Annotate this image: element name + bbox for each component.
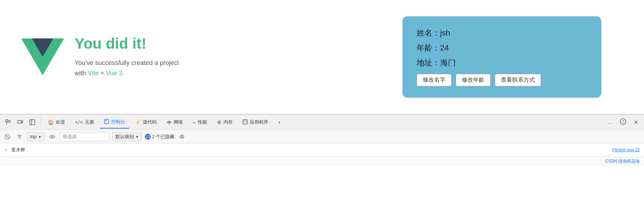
tab-console-label: 控制台	[111, 119, 125, 125]
console-line-source[interactable]: Person.vue:22	[612, 147, 640, 152]
svg-point-12	[168, 123, 169, 124]
more-icon: ...	[608, 119, 612, 125]
devtools-tab-bar: 🏠 欢迎 </> 元素 控制台 ⚡ 源代码	[0, 114, 644, 130]
clear-console-button[interactable]	[3, 132, 12, 141]
filter-input[interactable]	[60, 132, 109, 141]
svg-rect-8	[30, 120, 35, 125]
more-options-button[interactable]: ...	[605, 117, 616, 128]
tab-sources[interactable]: ⚡ 源代码	[131, 116, 161, 129]
plus-text: +	[99, 70, 106, 77]
view-contact-button[interactable]: 查看联系方式	[495, 74, 541, 86]
svg-text:?: ?	[622, 119, 624, 124]
context-dropdown[interactable]: top	[27, 132, 45, 141]
chevron-down-icon	[135, 134, 139, 139]
description-prefix: You've successfully created a project	[75, 59, 179, 66]
inspect-icon[interactable]	[3, 117, 13, 128]
vue-link: Vue 3	[106, 70, 122, 77]
console-line-1: > 姜水桦 Person.vue:22	[0, 145, 644, 155]
address-row: 地址：海门	[417, 58, 587, 68]
tab-memory[interactable]: ⚙ 内存	[213, 116, 237, 129]
name-value: jsh	[440, 28, 450, 37]
close-devtools-button[interactable]: ✕	[631, 117, 641, 128]
hero-description: You've successfully created a project wi…	[75, 58, 179, 78]
tab-add[interactable]: +	[274, 116, 285, 129]
error-badge: 10 2 个已隐藏	[145, 134, 174, 140]
device-icon[interactable]	[15, 117, 26, 128]
help-icon: ?	[620, 118, 626, 126]
memory-icon: ⚙	[217, 120, 221, 125]
tab-application-label: 应用程序	[250, 119, 268, 125]
address-value: 海门	[440, 58, 456, 67]
bottom-bar: CSDN @南风花海	[0, 156, 644, 166]
console-toolbar: top 默认级别 10 2 个已隐藏	[0, 130, 644, 143]
csdn-link[interactable]: CSDN @南风花海	[605, 158, 640, 164]
devtools-tab-more: ... ? ✕	[605, 117, 641, 128]
svg-line-18	[6, 135, 9, 138]
top-label: top	[30, 134, 37, 139]
name-row: 姓名：jsh	[417, 28, 587, 38]
period: .	[123, 70, 124, 77]
svg-rect-7	[22, 121, 23, 123]
tab-sources-label: 源代码	[143, 119, 157, 125]
svg-rect-10	[104, 119, 109, 124]
eye-icon-button[interactable]	[48, 132, 57, 141]
error-count-badge: 10	[145, 134, 151, 140]
tab-welcome-label: 欢迎	[56, 119, 65, 125]
svg-point-20	[52, 136, 53, 137]
tab-network-label: 网络	[174, 119, 183, 125]
tab-elements-label: 元素	[85, 119, 94, 125]
change-age-button[interactable]: 修改年龄	[456, 74, 491, 86]
age-label: 年龄：	[417, 43, 440, 52]
left-section: You did it! You've successfully created …	[21, 35, 179, 78]
svg-point-21	[181, 136, 183, 138]
expand-icon[interactable]: >	[4, 147, 10, 152]
console-line-content: 姜水桦	[11, 147, 612, 153]
filter-toggle-button[interactable]	[15, 132, 24, 141]
tab-performance-label: 性能	[198, 119, 207, 125]
performance-icon: ⟐	[193, 120, 196, 125]
tab-elements[interactable]: </> 元素	[71, 116, 98, 129]
svg-rect-13	[243, 120, 247, 124]
change-name-button[interactable]: 修改名字	[417, 74, 451, 86]
description-suffix: with	[75, 70, 88, 77]
tab-performance[interactable]: ⟐ 性能	[189, 116, 211, 129]
application-icon	[243, 119, 248, 125]
elements-icon: </>	[75, 120, 83, 125]
help-button[interactable]: ?	[618, 117, 628, 128]
main-content: You did it! You've successfully created …	[0, 0, 644, 114]
tab-welcome[interactable]: 🏠 欢迎	[44, 116, 69, 129]
sources-icon: ⚡	[135, 120, 141, 125]
tab-memory-label: 内存	[223, 119, 233, 125]
vite-link: Vite	[88, 70, 99, 77]
info-card: 姓名：jsh 年龄：24 地址：海门 修改名字 修改年龄 查看联系方式	[402, 16, 601, 98]
close-icon: ✕	[634, 119, 638, 126]
hidden-count: 2 个已隐藏	[152, 134, 174, 140]
tab-network[interactable]: 网络	[162, 116, 187, 129]
tab-console[interactable]: 控制台	[100, 116, 129, 129]
age-row: 年龄：24	[417, 43, 587, 53]
chevron-down-icon	[38, 134, 42, 139]
svg-point-19	[50, 135, 55, 138]
hero-text: You did it! You've successfully created …	[75, 35, 179, 78]
level-dropdown[interactable]: 默认级别	[112, 132, 142, 141]
console-settings-button[interactable]	[177, 132, 186, 141]
network-icon	[167, 119, 172, 125]
button-row: 修改名字 修改年龄 查看联系方式	[417, 74, 587, 86]
console-icon	[104, 119, 109, 125]
hero-title: You did it!	[75, 35, 179, 52]
svg-rect-5	[6, 120, 8, 122]
svg-rect-6	[18, 120, 21, 123]
level-label: 默认级别	[115, 134, 134, 140]
add-icon: +	[278, 120, 281, 125]
tab-application[interactable]: 应用程序	[238, 116, 272, 129]
panel-icon[interactable]	[27, 117, 38, 128]
vue-logo	[21, 36, 64, 78]
console-output: > 姜水桦 Person.vue:22	[0, 143, 644, 156]
address-label: 地址：	[417, 58, 440, 67]
devtools-section: 🏠 欢迎 </> 元素 控制台 ⚡ 源代码	[0, 114, 644, 166]
name-label: 姓名：	[417, 28, 440, 37]
age-value: 24	[440, 43, 449, 52]
tab-separator-1	[40, 118, 41, 126]
error-count: 10	[146, 135, 150, 139]
welcome-icon: 🏠	[48, 120, 54, 125]
